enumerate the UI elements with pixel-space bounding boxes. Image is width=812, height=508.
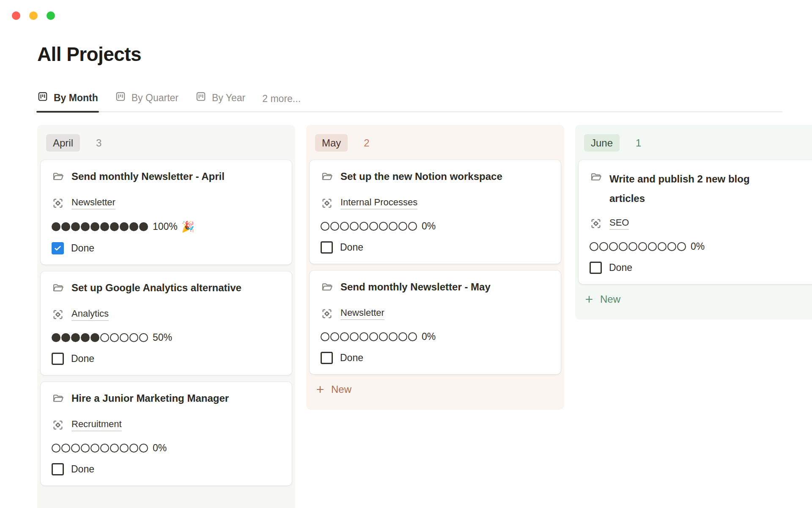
progress-percent: 0% — [422, 221, 436, 232]
done-row: Done — [52, 242, 281, 254]
progress-dot-filled — [71, 333, 80, 342]
project-link[interactable]: Analytics — [71, 308, 109, 321]
project-relation-row: Internal Processes — [321, 197, 550, 210]
month-pill[interactable]: June — [584, 134, 620, 152]
progress-dot-empty — [52, 444, 60, 453]
progress-dot-empty — [398, 222, 407, 231]
progress-dot-empty — [369, 332, 378, 341]
project-card[interactable]: Set up the new Notion workspace Internal… — [310, 160, 561, 264]
progress-dots — [52, 333, 148, 342]
tab-by-year[interactable]: By Year — [195, 91, 245, 111]
project-link[interactable]: SEO — [609, 217, 629, 230]
card-title: Set up the new Notion workspace — [340, 169, 502, 184]
progress-dot-empty — [369, 222, 378, 231]
progress-dot-filled — [52, 222, 60, 231]
progress-dots — [590, 242, 686, 251]
progress-dot-empty — [110, 333, 119, 342]
progress-dots — [52, 444, 148, 453]
done-checkbox[interactable] — [590, 262, 602, 274]
done-row: Done — [52, 353, 281, 365]
done-checkbox[interactable] — [52, 242, 64, 254]
open-folder-icon — [321, 281, 333, 294]
done-checkbox[interactable] — [321, 352, 333, 364]
project-card[interactable]: Hire a Junior Marketing Manager Recruitm… — [41, 382, 292, 486]
project-relation-row: Analytics — [52, 308, 281, 321]
project-relation-row: SEO — [590, 217, 812, 230]
column-april: April 3 Send monthly Newsletter - April — [37, 125, 295, 508]
column-count: 3 — [96, 137, 102, 149]
card-title: Set up Google Analytics alternative — [71, 281, 241, 295]
done-label: Done — [340, 352, 363, 364]
tab-by-month[interactable]: By Month — [37, 91, 98, 111]
minimize-window-button[interactable] — [29, 11, 38, 20]
column-header: May 2 — [310, 128, 561, 160]
tab-label: By Month — [54, 92, 98, 104]
progress-dot-empty — [667, 242, 676, 251]
progress-dot-empty — [110, 444, 119, 453]
card-title-row: Hire a Junior Marketing Manager — [52, 391, 281, 406]
new-card-label: New — [600, 293, 620, 305]
open-folder-icon — [52, 392, 64, 405]
relation-target-icon — [321, 197, 333, 210]
progress-dot-empty — [677, 242, 686, 251]
progress-row: 0% — [52, 442, 281, 454]
relation-target-icon — [321, 307, 333, 320]
project-link[interactable]: Internal Processes — [340, 197, 417, 210]
month-pill[interactable]: April — [46, 134, 80, 152]
month-pill[interactable]: May — [315, 134, 348, 152]
done-row: Done — [321, 352, 550, 364]
relation-target-icon — [52, 197, 64, 210]
column-count: 2 — [364, 137, 369, 149]
done-checkbox[interactable] — [52, 353, 64, 365]
progress-dot-filled — [81, 222, 90, 231]
zoom-window-button[interactable] — [47, 11, 55, 20]
done-label: Done — [71, 464, 94, 475]
progress-dots — [321, 222, 417, 231]
progress-dot-empty — [321, 332, 329, 341]
project-link[interactable]: Newsletter — [71, 197, 115, 210]
done-label: Done — [609, 262, 632, 273]
project-card[interactable]: Send monthly Newsletter - April Newslett… — [41, 160, 292, 265]
new-card-button[interactable]: New — [579, 287, 812, 311]
project-relation-row: Newsletter — [321, 307, 550, 320]
done-row: Done — [52, 463, 281, 475]
done-checkbox[interactable] — [52, 463, 64, 475]
progress-dots — [321, 332, 417, 341]
tab-label: 2 more... — [262, 93, 301, 105]
column-june: June 1 Write and publish 2 new blog arti… — [575, 125, 812, 320]
progress-dot-empty — [389, 332, 398, 341]
open-folder-icon — [590, 171, 602, 183]
kanban-board: April 3 Send monthly Newsletter - April — [37, 125, 812, 508]
progress-dot-empty — [81, 444, 90, 453]
progress-dot-empty — [379, 332, 388, 341]
new-card-button[interactable]: New — [310, 378, 561, 401]
progress-dot-empty — [398, 332, 407, 341]
project-card[interactable]: Send monthly Newsletter - May Newsletter… — [310, 271, 561, 374]
card-title-row: Set up the new Notion workspace — [321, 169, 550, 184]
project-link[interactable]: Newsletter — [340, 307, 384, 320]
progress-dot-empty — [91, 444, 99, 453]
progress-dot-empty — [100, 444, 109, 453]
window-controls — [0, 0, 812, 20]
done-checkbox[interactable] — [321, 241, 333, 254]
done-row: Done — [321, 241, 550, 254]
progress-dot-empty — [139, 444, 148, 453]
close-window-button[interactable] — [12, 11, 20, 20]
progress-dot-empty — [321, 222, 329, 231]
board-view-icon — [115, 91, 126, 105]
project-card[interactable]: Write and publish 2 new blog articles SE… — [579, 160, 812, 284]
progress-dot-empty — [120, 444, 129, 453]
progress-dot-filled — [120, 222, 129, 231]
plus-icon — [584, 294, 594, 304]
progress-row: 50% — [52, 332, 281, 343]
done-label: Done — [71, 353, 94, 364]
progress-row: 0% — [321, 331, 550, 342]
progress-dot-filled — [71, 222, 80, 231]
progress-row: 0% — [590, 241, 812, 252]
project-link[interactable]: Recruitment — [71, 419, 122, 431]
progress-dot-empty — [379, 222, 388, 231]
progress-dot-filled — [139, 222, 148, 231]
tab-by-quarter[interactable]: By Quarter — [115, 91, 178, 111]
project-card[interactable]: Set up Google Analytics alternative Anal… — [41, 271, 292, 375]
tab-more-views[interactable]: 2 more... — [262, 93, 301, 111]
